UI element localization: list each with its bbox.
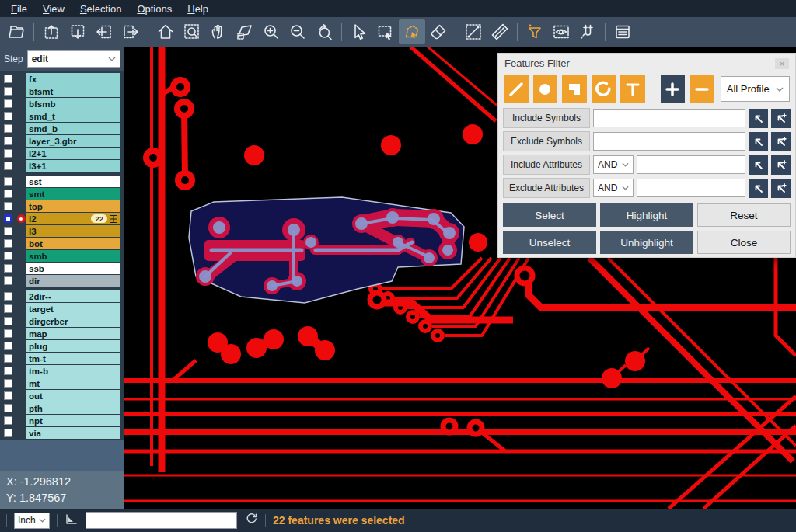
- layer-active-indicator[interactable]: [16, 123, 26, 134]
- layer-active-indicator[interactable]: [16, 200, 26, 212]
- pick-add-from-graphics-button[interactable]: [771, 155, 791, 175]
- pick-add-from-graphics-button[interactable]: [771, 179, 791, 198]
- filter-row-label-button[interactable]: Include Symbols: [503, 108, 590, 128]
- pick-from-graphics-button[interactable]: [749, 155, 768, 175]
- layer-active-indicator[interactable]: [16, 353, 26, 364]
- layer-active-indicator[interactable]: [16, 225, 26, 237]
- zoom-previous-button[interactable]: [311, 19, 337, 44]
- layer-active-indicator[interactable]: [16, 135, 26, 147]
- layer-visibility-checkbox[interactable]: [0, 148, 16, 159]
- layer-name[interactable]: 2dir--: [26, 290, 120, 302]
- layer-row-via[interactable]: via: [0, 427, 124, 439]
- layer-visibility-checkbox[interactable]: [0, 123, 16, 134]
- zoom-window-button[interactable]: [179, 19, 205, 44]
- layer-visibility-checkbox[interactable]: [0, 415, 16, 426]
- sync-icon[interactable]: [244, 512, 258, 529]
- layer-visibility-checkbox[interactable]: [0, 98, 16, 110]
- layer-row-map[interactable]: map: [0, 328, 124, 339]
- zoom-out-button[interactable]: [285, 19, 311, 44]
- layers-panel-button[interactable]: [609, 19, 636, 44]
- operator-dropdown[interactable]: AND: [593, 179, 634, 197]
- layer-row-layer_3.gbr[interactable]: layer_3.gbr: [0, 135, 124, 147]
- layer-row-2dir--[interactable]: 2dir--: [0, 290, 124, 302]
- layer-row-pth[interactable]: pth: [0, 402, 124, 414]
- layer-row-l2+1[interactable]: l2+1: [0, 148, 124, 159]
- layer-active-indicator[interactable]: [16, 148, 26, 159]
- layer-visibility-checkbox[interactable]: [0, 225, 16, 237]
- select-button[interactable]: Select: [503, 203, 596, 227]
- layer-name[interactable]: mt: [26, 377, 120, 389]
- layer-name[interactable]: sst: [26, 176, 120, 187]
- layer-row-tm-t[interactable]: tm-t: [0, 353, 124, 364]
- view-options-button[interactable]: [548, 19, 574, 44]
- layer-visibility-checkbox[interactable]: [0, 340, 16, 352]
- filter-arc-button[interactable]: [592, 75, 616, 103]
- layer-visibility-checkbox[interactable]: [0, 263, 16, 274]
- layer-name[interactable]: l2+1: [26, 148, 120, 159]
- layer-name[interactable]: plug: [26, 340, 120, 352]
- layer-name[interactable]: tm-b: [26, 365, 120, 377]
- layer-visibility-checkbox[interactable]: [0, 85, 16, 97]
- layer-active-indicator[interactable]: [16, 427, 26, 439]
- filter-row-label-button[interactable]: Include Attributes: [503, 155, 590, 175]
- layer-name[interactable]: layer_3.gbr: [26, 135, 120, 147]
- operator-dropdown[interactable]: AND: [593, 155, 634, 174]
- layer-row-npt[interactable]: npt: [0, 415, 124, 426]
- polygon-select-button[interactable]: [399, 19, 425, 44]
- layer-active-indicator[interactable]: [16, 238, 26, 249]
- layer-visibility-checkbox[interactable]: [0, 110, 16, 122]
- layer-visibility-checkbox[interactable]: [0, 303, 16, 315]
- layer-name[interactable]: bfsmb: [26, 98, 120, 110]
- layer-name[interactable]: smt: [26, 188, 120, 200]
- layer-name[interactable]: via: [26, 427, 120, 439]
- filter-surface-button[interactable]: [562, 75, 587, 103]
- layer-visibility-checkbox[interactable]: [0, 238, 16, 249]
- layer-name[interactable]: l222: [26, 213, 120, 224]
- layer-row-smd_t[interactable]: smd_t: [0, 110, 124, 122]
- layer-name[interactable]: out: [26, 390, 120, 402]
- layer-active-indicator[interactable]: [16, 377, 26, 389]
- layer-row-bot[interactable]: bot: [0, 238, 124, 249]
- layer-name[interactable]: bfsmt: [26, 85, 120, 97]
- filter-line-button[interactable]: [504, 75, 529, 103]
- layer-row-smt[interactable]: smt: [0, 188, 124, 200]
- layer-active-indicator[interactable]: [16, 85, 26, 97]
- layer-visibility-checkbox[interactable]: [0, 250, 16, 262]
- select-arrow-button[interactable]: [346, 19, 372, 44]
- layer-row-fx[interactable]: fx: [0, 73, 124, 85]
- menu-view[interactable]: View: [35, 3, 72, 15]
- layer-visibility-checkbox[interactable]: [0, 200, 16, 212]
- layer-active-indicator[interactable]: [16, 250, 26, 262]
- unhighlight-button[interactable]: Unhighlight: [600, 231, 693, 254]
- layer-visibility-checkbox[interactable]: [0, 73, 16, 85]
- zoom-in-button[interactable]: [258, 19, 285, 44]
- filter-value-input[interactable]: [637, 179, 745, 197]
- units-dropdown[interactable]: Inch: [14, 513, 50, 529]
- layer-name[interactable]: smd_b: [26, 123, 120, 134]
- layer-name[interactable]: dirgerber: [26, 315, 120, 327]
- step-dropdown[interactable]: edit: [27, 50, 120, 68]
- layer-visibility-checkbox[interactable]: [0, 290, 16, 302]
- layer-visibility-checkbox[interactable]: [0, 176, 16, 187]
- layer-visibility-checkbox[interactable]: [0, 402, 16, 414]
- layer-active-indicator[interactable]: [16, 328, 26, 339]
- layer-visibility-checkbox[interactable]: [0, 328, 16, 339]
- menu-file[interactable]: File: [3, 3, 35, 15]
- layer-name[interactable]: map: [26, 328, 120, 339]
- shift-left-button[interactable]: [91, 19, 117, 44]
- corner-tool-icon[interactable]: [65, 512, 79, 529]
- menu-options[interactable]: Options: [129, 3, 180, 15]
- filter-value-input[interactable]: [637, 155, 745, 174]
- layer-visibility-checkbox[interactable]: [0, 353, 16, 364]
- layer-visibility-checkbox[interactable]: [0, 427, 16, 439]
- layer-name[interactable]: top: [26, 200, 120, 212]
- layer-name[interactable]: l3+1: [26, 160, 120, 172]
- layer-row-tm-b[interactable]: tm-b: [0, 365, 124, 377]
- export-up-button[interactable]: [38, 19, 65, 44]
- layer-row-sst[interactable]: sst: [0, 176, 124, 187]
- pick-from-graphics-button[interactable]: [749, 109, 768, 128]
- layer-name[interactable]: npt: [26, 415, 120, 426]
- pick-from-graphics-button[interactable]: [749, 132, 768, 151]
- layer-row-l2[interactable]: l222: [0, 213, 124, 224]
- layer-row-out[interactable]: out: [0, 390, 124, 402]
